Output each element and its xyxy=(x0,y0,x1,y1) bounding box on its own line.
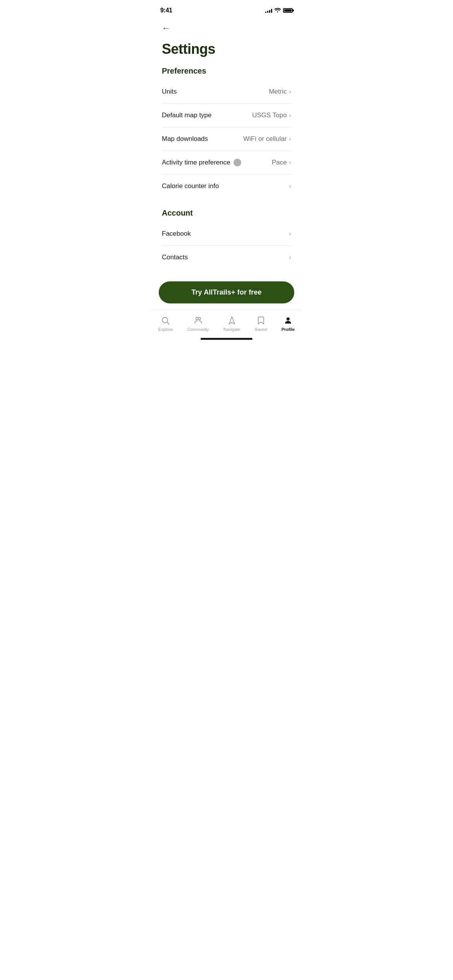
units-label: Units xyxy=(162,88,177,96)
bottom-nav: Explore Community Navigate Saved xyxy=(151,310,302,335)
status-icons xyxy=(265,7,293,14)
profile-nav-label: Profile xyxy=(281,327,295,332)
nav-item-community[interactable]: Community xyxy=(183,314,214,333)
status-bar: 9:41 xyxy=(151,0,302,19)
svg-line-1 xyxy=(167,322,170,325)
facebook-chevron-icon: › xyxy=(289,230,291,237)
calorie-counter-info-chevron-icon: › xyxy=(289,183,291,190)
activity-time-preference-item[interactable]: Activity time preference Pace › xyxy=(162,151,291,175)
nav-item-explore[interactable]: Explore xyxy=(154,314,177,333)
page-title: Settings xyxy=(162,41,291,57)
default-map-type-value: USGS Topo xyxy=(252,111,287,119)
navigate-icon xyxy=(227,315,237,326)
wifi-icon xyxy=(275,7,281,14)
explore-nav-label: Explore xyxy=(158,327,173,332)
saved-icon xyxy=(256,315,266,326)
activity-time-preference-chevron-icon: › xyxy=(289,159,291,166)
home-indicator xyxy=(151,335,302,343)
info-dot-icon xyxy=(233,159,241,166)
activity-time-preference-label: Activity time preference xyxy=(162,159,230,166)
activity-time-preference-value: Pace xyxy=(272,159,287,166)
preferences-list: Units Metric › Default map type USGS Top… xyxy=(162,80,291,198)
signal-icon xyxy=(265,8,272,13)
contacts-chevron-icon: › xyxy=(289,254,291,261)
units-value: Metric xyxy=(269,88,287,96)
back-arrow-icon: ← xyxy=(162,23,170,33)
nav-item-navigate[interactable]: Navigate xyxy=(219,314,245,333)
default-map-type-label: Default map type xyxy=(162,111,212,119)
default-map-type-chevron-icon: › xyxy=(289,112,291,119)
map-downloads-value: WiFi or cellular xyxy=(243,135,287,143)
default-map-type-item[interactable]: Default map type USGS Topo › xyxy=(162,104,291,127)
account-section: Account Facebook › Contacts › xyxy=(162,209,291,269)
back-button[interactable]: ← xyxy=(162,22,170,35)
status-time: 9:41 xyxy=(160,7,172,14)
account-section-title: Account xyxy=(162,209,291,218)
navigate-nav-label: Navigate xyxy=(223,327,240,332)
saved-nav-label: Saved xyxy=(255,327,267,332)
main-content: ← Settings Preferences Units Metric › De… xyxy=(151,19,302,277)
explore-icon xyxy=(160,315,170,326)
units-chevron-icon: › xyxy=(289,88,291,95)
home-bar xyxy=(201,338,252,340)
nav-item-profile[interactable]: Profile xyxy=(277,314,299,333)
account-list: Facebook › Contacts › xyxy=(162,222,291,269)
battery-icon xyxy=(283,8,293,13)
svg-marker-4 xyxy=(229,317,235,324)
svg-point-3 xyxy=(198,317,201,320)
community-nav-label: Community xyxy=(187,327,209,332)
facebook-label: Facebook xyxy=(162,230,191,238)
map-downloads-chevron-icon: › xyxy=(289,135,291,142)
facebook-item[interactable]: Facebook › xyxy=(162,222,291,246)
preferences-section-title: Preferences xyxy=(162,67,291,75)
calorie-counter-info-label: Calorie counter info xyxy=(162,182,219,190)
contacts-item[interactable]: Contacts › xyxy=(162,246,291,269)
community-icon xyxy=(193,315,203,326)
map-downloads-label: Map downloads xyxy=(162,135,208,143)
try-alltrails-button[interactable]: Try AllTrails+ for free xyxy=(159,281,294,303)
units-item[interactable]: Units Metric › xyxy=(162,80,291,104)
cta-container: Try AllTrails+ for free xyxy=(151,277,302,310)
svg-point-5 xyxy=(287,317,290,320)
preferences-section: Preferences Units Metric › Default map t… xyxy=(162,67,291,198)
calorie-counter-info-item[interactable]: Calorie counter info › xyxy=(162,175,291,198)
nav-item-saved[interactable]: Saved xyxy=(250,314,271,333)
contacts-label: Contacts xyxy=(162,254,188,261)
profile-icon xyxy=(283,315,293,326)
map-downloads-item[interactable]: Map downloads WiFi or cellular › xyxy=(162,127,291,151)
